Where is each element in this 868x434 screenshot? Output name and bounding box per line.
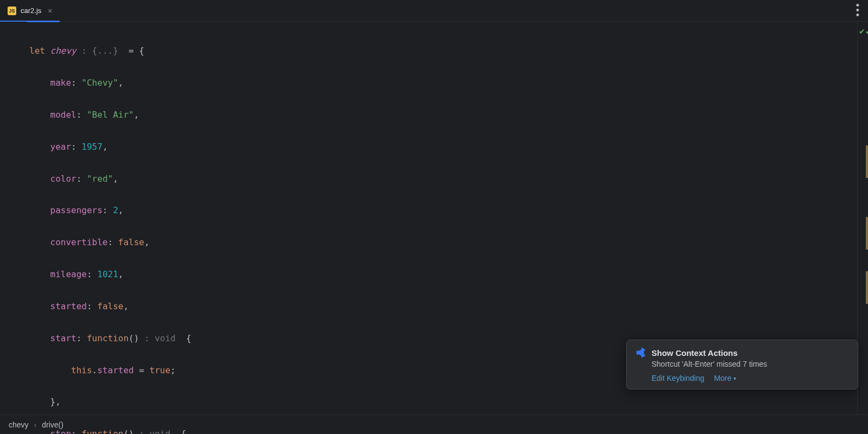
js-file-icon: JS	[8, 7, 16, 15]
bool: false	[118, 237, 144, 247]
prop-start: start	[50, 333, 76, 343]
more-label: More	[714, 374, 731, 382]
punct: ()	[123, 429, 133, 434]
punct: ,	[118, 78, 124, 88]
punct: :	[71, 78, 76, 88]
tab-filename: car2.js	[21, 7, 41, 15]
number: 1957	[81, 142, 103, 152]
gutter[interactable]	[0, 22, 27, 414]
punct: :	[76, 333, 82, 343]
prop-convertible: convertible	[50, 237, 108, 247]
editor-tab-bar: JS car2.js × •••	[0, 0, 868, 22]
keyword-function: function	[81, 429, 123, 434]
punct: :	[103, 205, 108, 215]
punct: :	[71, 142, 76, 152]
prop-make: make	[50, 78, 72, 88]
punct: ,	[118, 205, 124, 215]
punct: {	[181, 429, 186, 434]
number: 1021	[97, 269, 118, 279]
punct: ,	[123, 301, 129, 311]
notification-body: Shortcut 'Alt-Enter' missed 7 times	[652, 360, 848, 368]
bool: true	[150, 365, 171, 375]
punct: :	[76, 174, 82, 184]
stripe-marker[interactable]	[866, 217, 868, 250]
punct: :	[108, 237, 113, 247]
punct: .	[92, 365, 98, 375]
notification-title: Show Context Actions	[652, 348, 738, 358]
breadcrumb-item[interactable]: chevy	[9, 420, 29, 429]
prop-model: model	[50, 110, 76, 120]
punct: ,	[144, 237, 150, 247]
prop-started: started	[50, 301, 87, 311]
stripe-marker[interactable]	[866, 271, 868, 304]
string: "Bel Air"	[87, 110, 134, 120]
edit-keybinding-link[interactable]: Edit Keybinding	[652, 374, 704, 382]
intention-bulb-icon	[636, 348, 646, 358]
punct: ()	[129, 333, 139, 343]
prop-color: color	[50, 174, 76, 184]
punct: },	[50, 397, 61, 407]
punct: :	[87, 301, 92, 311]
inlay-return-hint: : void	[134, 429, 176, 434]
string: "red"	[87, 174, 113, 184]
keyword-let: let	[29, 46, 45, 56]
punct: :	[71, 429, 76, 434]
inlay-return-hint: : void	[139, 333, 181, 343]
chevron-down-icon: ▾	[733, 375, 736, 381]
punct: :	[87, 269, 92, 279]
prop-stop: stop	[50, 429, 72, 434]
inlay-type-hint: : {...}	[76, 46, 124, 56]
punct: ,	[103, 142, 108, 152]
punct: ,	[134, 110, 139, 120]
notification-popup: Show Context Actions Shortcut 'Alt-Enter…	[626, 340, 858, 390]
punct: :	[76, 110, 82, 120]
number: 2	[113, 205, 118, 215]
close-tab-icon[interactable]: ×	[46, 5, 54, 16]
var-chevy: chevy	[50, 46, 76, 56]
editor: let chevy : {...} = { make: "Chevy", mod…	[0, 22, 868, 414]
punct: ,	[118, 269, 124, 279]
field: started	[97, 365, 133, 375]
keyword-function: function	[87, 333, 129, 343]
punct: ;	[170, 365, 176, 375]
tab-overflow-menu-icon[interactable]: •••	[853, 0, 863, 22]
inspection-ok-icon[interactable]: ✔✔	[859, 27, 868, 36]
punct: ,	[113, 174, 118, 184]
prop-passengers: passengers	[50, 205, 103, 215]
punct: = {	[123, 46, 144, 56]
file-tab[interactable]: JS car2.js ×	[0, 0, 60, 22]
punct: =	[134, 365, 150, 375]
more-actions-link[interactable]: More▾	[714, 374, 736, 382]
keyword-this: this	[71, 365, 92, 375]
inspection-stripe[interactable]: ✔✔	[857, 22, 868, 414]
punct: {	[186, 333, 192, 343]
string: "Chevy"	[81, 78, 118, 88]
stripe-marker[interactable]	[866, 145, 868, 178]
bool: false	[97, 301, 123, 311]
prop-mileage: mileage	[50, 269, 87, 279]
prop-year: year	[50, 142, 72, 152]
